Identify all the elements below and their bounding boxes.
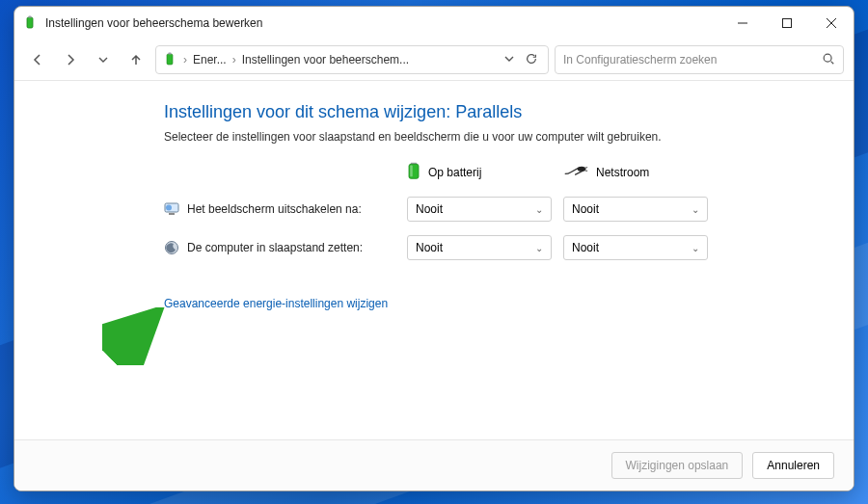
breadcrumb-item-1[interactable]: Ener... — [193, 53, 227, 66]
plug-icon — [563, 164, 588, 180]
window-title: Instellingen voor beheerschema bewerken — [45, 16, 720, 30]
titlebar: Instellingen voor beheerschema bewerken — [14, 7, 854, 40]
setting-sleep: De computer in slaapstand zetten: Nooit … — [164, 235, 704, 260]
back-button[interactable] — [24, 46, 51, 73]
page-title: Instellingen voor dit schema wijzigen: P… — [164, 102, 704, 122]
setting-sleep-label: De computer in slaapstand zetten: — [164, 240, 395, 255]
svg-rect-1 — [29, 16, 32, 18]
close-button[interactable] — [809, 8, 854, 39]
column-plugged: Netstroom — [563, 164, 708, 180]
search-box[interactable] — [555, 45, 844, 74]
address-bar[interactable]: › Ener... › Instellingen voor beheersche… — [155, 45, 549, 74]
monitor-icon — [164, 201, 179, 217]
history-dropdown-button[interactable] — [503, 53, 515, 67]
battery-icon — [407, 161, 420, 183]
app-icon — [22, 15, 38, 31]
svg-rect-0 — [27, 17, 33, 28]
footer: Wijzigingen opslaan Annuleren — [14, 439, 854, 491]
maximize-button[interactable] — [765, 8, 809, 39]
chevron-down-icon: ⌄ — [535, 243, 543, 253]
window-controls — [720, 8, 854, 39]
chevron-down-icon: ⌄ — [692, 204, 699, 215]
control-panel-window: Instellingen voor beheerschema bewerken — [14, 6, 854, 491]
svg-line-14 — [585, 168, 588, 169]
svg-rect-7 — [169, 53, 172, 55]
breadcrumb-item-2[interactable]: Instellingen voor beheerschem... — [242, 53, 409, 66]
svg-line-9 — [831, 61, 834, 64]
power-column-headers: Op batterij Netstroom — [164, 161, 704, 183]
search-icon[interactable] — [822, 52, 835, 68]
chevron-right-icon: › — [183, 53, 187, 66]
sleep-icon — [164, 240, 179, 255]
svg-point-17 — [166, 205, 172, 211]
search-input[interactable] — [563, 53, 822, 66]
plan-icon — [162, 52, 177, 67]
page-subtitle: Selecteer de instellingen voor slaapstan… — [164, 130, 704, 144]
svg-rect-3 — [783, 19, 792, 28]
display-off-plugged-dropdown[interactable]: Nooit ⌄ — [563, 197, 708, 222]
chevron-down-icon: ⌄ — [692, 243, 699, 253]
chevron-right-icon: › — [232, 53, 236, 66]
recent-locations-button[interactable] — [90, 46, 117, 73]
forward-button[interactable] — [57, 46, 84, 73]
save-button: Wijzigingen opslaan — [611, 452, 744, 479]
content-area: Instellingen voor dit schema wijzigen: P… — [14, 81, 854, 439]
display-off-battery-dropdown[interactable]: Nooit ⌄ — [407, 197, 552, 222]
toolbar: › Ener... › Instellingen voor beheersche… — [14, 40, 854, 81]
setting-display-off: Het beeldscherm uitschakelen na: Nooit ⌄… — [164, 197, 704, 222]
refresh-button[interactable] — [525, 52, 538, 68]
svg-rect-6 — [167, 54, 173, 65]
setting-display-off-label: Het beeldscherm uitschakelen na: — [164, 201, 395, 217]
advanced-settings-link[interactable]: Geavanceerde energie-instellingen wijzig… — [164, 297, 388, 310]
chevron-down-icon: ⌄ — [535, 204, 543, 215]
sleep-plugged-dropdown[interactable]: Nooit ⌄ — [563, 235, 708, 260]
svg-rect-18 — [169, 213, 175, 215]
svg-point-13 — [578, 167, 586, 172]
minimize-button[interactable] — [720, 8, 765, 39]
cancel-button[interactable]: Annuleren — [752, 452, 834, 479]
svg-point-8 — [824, 54, 831, 62]
column-battery: Op batterij — [407, 161, 552, 183]
up-button[interactable] — [122, 46, 149, 73]
svg-rect-12 — [410, 166, 413, 177]
sleep-battery-dropdown[interactable]: Nooit ⌄ — [407, 235, 552, 260]
